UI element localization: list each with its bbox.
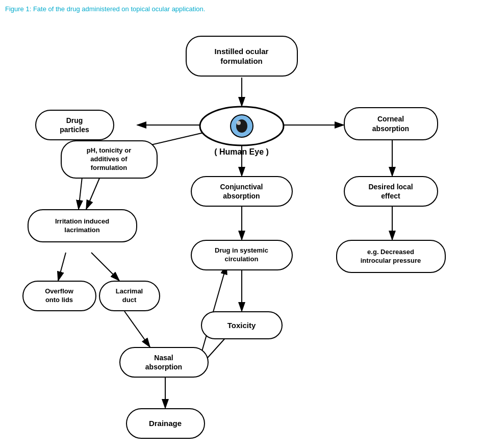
drug-particles-box: Drug particles xyxy=(35,110,114,140)
drainage-box: Drainage xyxy=(126,408,205,439)
irritation-box: Irritation induced lacrimation xyxy=(28,209,137,242)
nasal-box: Nasal absorption xyxy=(119,347,209,378)
svg-line-15 xyxy=(124,311,150,347)
ph-tonicity-box: pH, tonicity or additives of formulation xyxy=(61,140,158,179)
eg-decreased-box: e.g. Decreased introcular pressure xyxy=(336,240,446,273)
svg-point-22 xyxy=(237,121,241,125)
toxicity-box: Toxicity xyxy=(201,311,283,339)
instilled-box: Instilled ocular formulation xyxy=(186,36,298,77)
drug-systemic-box: Drug in systemic circulation xyxy=(191,240,293,270)
diagram: Instilled ocular formulation ( Human Eye… xyxy=(7,20,476,444)
eye-symbol: ( Human Eye ) xyxy=(198,105,285,148)
svg-line-7 xyxy=(86,173,101,209)
svg-line-12 xyxy=(58,253,66,281)
corneal-box: Corneal absorption xyxy=(344,107,438,140)
svg-line-13 xyxy=(91,253,119,281)
conjunctival-box: Conjunctival absorption xyxy=(191,176,293,207)
desired-local-box: Desired local effect xyxy=(344,176,438,207)
overflow-box: Overflow onto lids xyxy=(22,281,96,311)
figure-caption: Figure 1: Fate of the drug administered … xyxy=(5,5,478,13)
lacrimal-box: Lacrimal duct xyxy=(99,281,160,311)
